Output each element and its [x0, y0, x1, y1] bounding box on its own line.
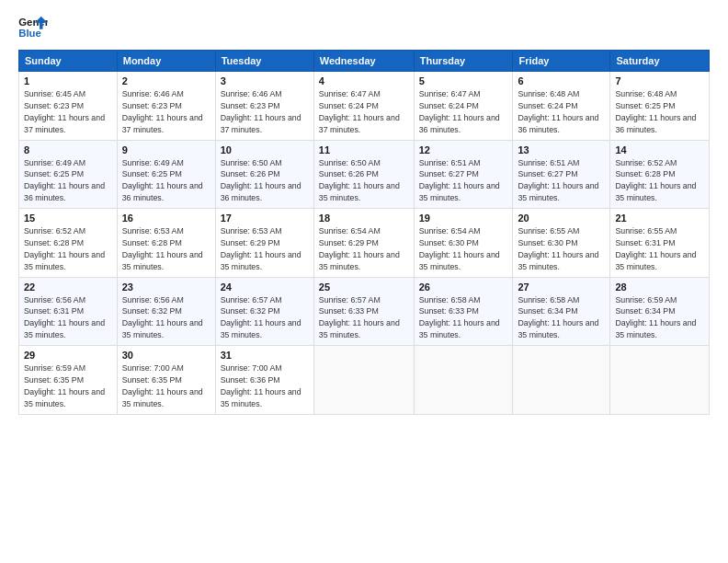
day-number: 4 — [319, 75, 409, 86]
day-number: 6 — [518, 75, 605, 86]
day-number: 22 — [24, 282, 112, 293]
calendar-cell: 28 Sunrise: 6:59 AMSunset: 6:34 PMDaylig… — [610, 277, 710, 346]
calendar-cell: 23 Sunrise: 6:56 AMSunset: 6:32 PMDaylig… — [117, 277, 215, 346]
day-detail: Sunrise: 6:56 AMSunset: 6:32 PMDaylight:… — [122, 295, 203, 340]
day-detail: Sunrise: 6:58 AMSunset: 6:33 PMDaylight:… — [419, 295, 500, 340]
col-header-thursday: Thursday — [414, 51, 513, 72]
day-detail: Sunrise: 6:59 AMSunset: 6:34 PMDaylight:… — [615, 295, 696, 340]
day-number: 7 — [615, 75, 704, 86]
day-detail: Sunrise: 6:55 AMSunset: 6:31 PMDaylight:… — [615, 226, 696, 271]
calendar-table: SundayMondayTuesdayWednesdayThursdayFrid… — [18, 50, 710, 415]
col-header-tuesday: Tuesday — [215, 51, 313, 72]
col-header-sunday: Sunday — [19, 51, 118, 72]
header: General Blue — [18, 15, 710, 40]
day-number: 5 — [419, 75, 508, 86]
day-number: 17 — [221, 213, 309, 224]
day-detail: Sunrise: 6:52 AMSunset: 6:28 PMDaylight:… — [24, 226, 105, 271]
calendar-cell: 20 Sunrise: 6:55 AMSunset: 6:30 PMDaylig… — [513, 209, 610, 278]
day-detail: Sunrise: 6:51 AMSunset: 6:27 PMDaylight:… — [419, 158, 500, 203]
calendar-cell: 24 Sunrise: 6:57 AMSunset: 6:32 PMDaylig… — [215, 277, 313, 346]
calendar-cell: 11 Sunrise: 6:50 AMSunset: 6:26 PMDaylig… — [313, 140, 414, 209]
day-number: 23 — [122, 282, 210, 293]
calendar-cell: 18 Sunrise: 6:54 AMSunset: 6:29 PMDaylig… — [313, 209, 414, 278]
day-detail: Sunrise: 7:00 AMSunset: 6:35 PMDaylight:… — [122, 363, 203, 408]
col-header-saturday: Saturday — [610, 51, 710, 72]
day-detail: Sunrise: 6:57 AMSunset: 6:33 PMDaylight:… — [319, 295, 400, 340]
col-header-wednesday: Wednesday — [313, 51, 414, 72]
day-detail: Sunrise: 6:54 AMSunset: 6:30 PMDaylight:… — [419, 226, 500, 271]
calendar-cell: 2 Sunrise: 6:46 AMSunset: 6:23 PMDayligh… — [117, 72, 215, 141]
calendar-cell: 22 Sunrise: 6:56 AMSunset: 6:31 PMDaylig… — [19, 277, 118, 346]
day-number: 11 — [319, 144, 409, 155]
calendar-cell: 26 Sunrise: 6:58 AMSunset: 6:33 PMDaylig… — [414, 277, 513, 346]
day-number: 25 — [319, 282, 409, 293]
day-number: 20 — [518, 213, 605, 224]
calendar-cell: 12 Sunrise: 6:51 AMSunset: 6:27 PMDaylig… — [414, 140, 513, 209]
day-detail: Sunrise: 6:50 AMSunset: 6:26 PMDaylight:… — [221, 158, 301, 203]
day-detail: Sunrise: 6:49 AMSunset: 6:25 PMDaylight:… — [122, 158, 203, 203]
day-number: 14 — [615, 144, 704, 155]
calendar-cell: 1 Sunrise: 6:45 AMSunset: 6:23 PMDayligh… — [19, 72, 118, 141]
day-detail: Sunrise: 6:53 AMSunset: 6:29 PMDaylight:… — [221, 226, 301, 271]
day-detail: Sunrise: 6:53 AMSunset: 6:28 PMDaylight:… — [122, 226, 203, 271]
calendar-cell — [610, 346, 710, 415]
day-number: 1 — [24, 75, 112, 86]
day-detail: Sunrise: 6:49 AMSunset: 6:25 PMDaylight:… — [24, 158, 105, 203]
day-number: 9 — [122, 144, 210, 155]
day-number: 18 — [319, 213, 409, 224]
day-detail: Sunrise: 6:58 AMSunset: 6:34 PMDaylight:… — [518, 295, 598, 340]
day-detail: Sunrise: 6:50 AMSunset: 6:26 PMDaylight:… — [319, 158, 400, 203]
day-detail: Sunrise: 6:55 AMSunset: 6:30 PMDaylight:… — [518, 226, 598, 271]
day-detail: Sunrise: 6:54 AMSunset: 6:29 PMDaylight:… — [319, 226, 400, 271]
day-number: 3 — [221, 75, 309, 86]
day-detail: Sunrise: 6:47 AMSunset: 6:24 PMDaylight:… — [319, 89, 400, 134]
calendar-cell: 19 Sunrise: 6:54 AMSunset: 6:30 PMDaylig… — [414, 209, 513, 278]
day-number: 16 — [122, 213, 210, 224]
calendar-cell — [414, 346, 513, 415]
day-number: 29 — [24, 350, 112, 361]
calendar-cell: 30 Sunrise: 7:00 AMSunset: 6:35 PMDaylig… — [117, 346, 215, 415]
calendar-cell: 10 Sunrise: 6:50 AMSunset: 6:26 PMDaylig… — [215, 140, 313, 209]
day-number: 24 — [221, 282, 309, 293]
calendar-cell: 9 Sunrise: 6:49 AMSunset: 6:25 PMDayligh… — [117, 140, 215, 209]
day-number: 21 — [615, 213, 704, 224]
day-number: 28 — [615, 282, 704, 293]
day-number: 12 — [419, 144, 508, 155]
day-detail: Sunrise: 6:48 AMSunset: 6:24 PMDaylight:… — [518, 89, 598, 134]
day-number: 27 — [518, 282, 605, 293]
day-detail: Sunrise: 6:57 AMSunset: 6:32 PMDaylight:… — [221, 295, 301, 340]
day-detail: Sunrise: 6:46 AMSunset: 6:23 PMDaylight:… — [221, 89, 301, 134]
col-header-friday: Friday — [513, 51, 610, 72]
svg-text:Blue: Blue — [18, 28, 41, 39]
day-detail: Sunrise: 6:59 AMSunset: 6:35 PMDaylight:… — [24, 363, 105, 408]
calendar-cell: 3 Sunrise: 6:46 AMSunset: 6:23 PMDayligh… — [215, 72, 313, 141]
day-detail: Sunrise: 6:51 AMSunset: 6:27 PMDaylight:… — [518, 158, 598, 203]
calendar-cell — [513, 346, 610, 415]
day-number: 2 — [122, 75, 210, 86]
day-number: 30 — [122, 350, 210, 361]
calendar-cell: 8 Sunrise: 6:49 AMSunset: 6:25 PMDayligh… — [19, 140, 118, 209]
day-number: 19 — [419, 213, 508, 224]
day-number: 13 — [518, 144, 605, 155]
day-detail: Sunrise: 7:00 AMSunset: 6:36 PMDaylight:… — [221, 363, 301, 408]
calendar-cell: 15 Sunrise: 6:52 AMSunset: 6:28 PMDaylig… — [19, 209, 118, 278]
day-detail: Sunrise: 6:56 AMSunset: 6:31 PMDaylight:… — [24, 295, 105, 340]
day-number: 26 — [419, 282, 508, 293]
calendar-cell: 21 Sunrise: 6:55 AMSunset: 6:31 PMDaylig… — [610, 209, 710, 278]
day-number: 8 — [24, 144, 112, 155]
calendar-cell — [313, 346, 414, 415]
day-detail: Sunrise: 6:47 AMSunset: 6:24 PMDaylight:… — [419, 89, 500, 134]
calendar-cell: 27 Sunrise: 6:58 AMSunset: 6:34 PMDaylig… — [513, 277, 610, 346]
col-header-monday: Monday — [117, 51, 215, 72]
calendar-cell: 6 Sunrise: 6:48 AMSunset: 6:24 PMDayligh… — [513, 72, 610, 141]
day-detail: Sunrise: 6:52 AMSunset: 6:28 PMDaylight:… — [615, 158, 696, 203]
calendar-cell: 31 Sunrise: 7:00 AMSunset: 6:36 PMDaylig… — [215, 346, 313, 415]
calendar-cell: 16 Sunrise: 6:53 AMSunset: 6:28 PMDaylig… — [117, 209, 215, 278]
day-detail: Sunrise: 6:45 AMSunset: 6:23 PMDaylight:… — [24, 89, 105, 134]
calendar-cell: 25 Sunrise: 6:57 AMSunset: 6:33 PMDaylig… — [313, 277, 414, 346]
calendar-cell: 29 Sunrise: 6:59 AMSunset: 6:35 PMDaylig… — [19, 346, 118, 415]
day-number: 15 — [24, 213, 112, 224]
calendar-cell: 7 Sunrise: 6:48 AMSunset: 6:25 PMDayligh… — [610, 72, 710, 141]
day-detail: Sunrise: 6:48 AMSunset: 6:25 PMDaylight:… — [615, 89, 696, 134]
calendar-cell: 4 Sunrise: 6:47 AMSunset: 6:24 PMDayligh… — [313, 72, 414, 141]
